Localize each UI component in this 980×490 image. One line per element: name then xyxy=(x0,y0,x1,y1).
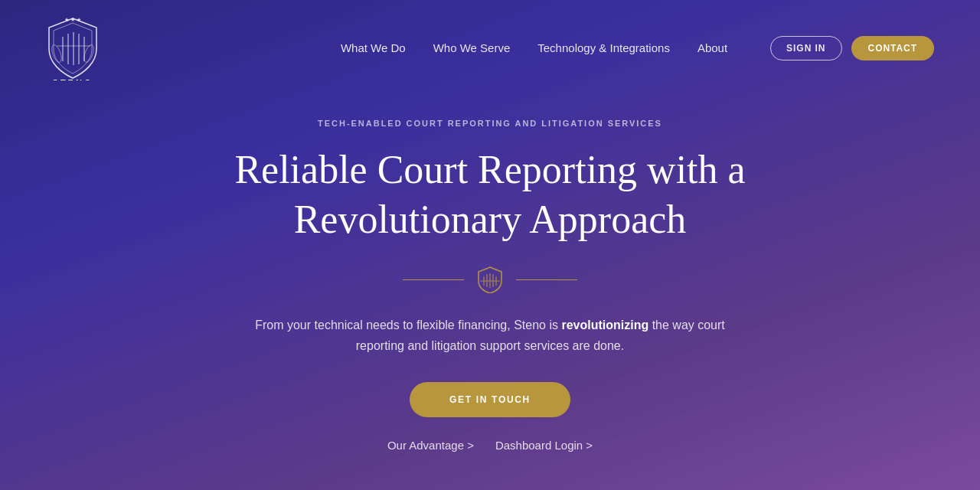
contact-button[interactable]: CONTACT xyxy=(851,36,935,60)
nav-about[interactable]: About xyxy=(697,41,727,54)
header: ★ ★ ★ STENO What We Do Who We Serve Tech… xyxy=(0,0,980,96)
logo-area[interactable]: ★ ★ ★ STENO xyxy=(46,15,100,80)
nav-who-we-serve[interactable]: Who We Serve xyxy=(433,41,511,54)
signin-button[interactable]: SIGN IN xyxy=(770,36,841,60)
dashboard-login-link[interactable]: Dashboard Login > xyxy=(495,439,593,452)
our-advantage-link[interactable]: Our Advantage > xyxy=(387,439,474,452)
divider-left xyxy=(403,279,464,280)
divider-row xyxy=(403,266,577,293)
shield-icon xyxy=(476,266,504,293)
hero-title: Reliable Court Reporting with a Revoluti… xyxy=(234,145,745,244)
hero-links: Our Advantage > Dashboard Login > xyxy=(387,439,593,452)
svg-text:STENO: STENO xyxy=(53,78,93,80)
hero-section: TECH-ENABLED COURT REPORTING AND LITIGAT… xyxy=(0,96,980,452)
get-in-touch-button[interactable]: GET IN TOUCH xyxy=(410,382,570,417)
svg-text:★ ★ ★: ★ ★ ★ xyxy=(64,17,81,22)
nav-buttons: SIGN IN CONTACT xyxy=(770,36,934,60)
hero-subtitle: TECH-ENABLED COURT REPORTING AND LITIGAT… xyxy=(318,119,662,128)
main-nav: What We Do Who We Serve Technology & Int… xyxy=(341,36,934,60)
nav-technology[interactable]: Technology & Integrations xyxy=(537,41,670,54)
divider-right xyxy=(516,279,577,280)
nav-what-we-do[interactable]: What We Do xyxy=(341,41,406,54)
hero-description: From your technical needs to flexible fi… xyxy=(245,315,735,356)
